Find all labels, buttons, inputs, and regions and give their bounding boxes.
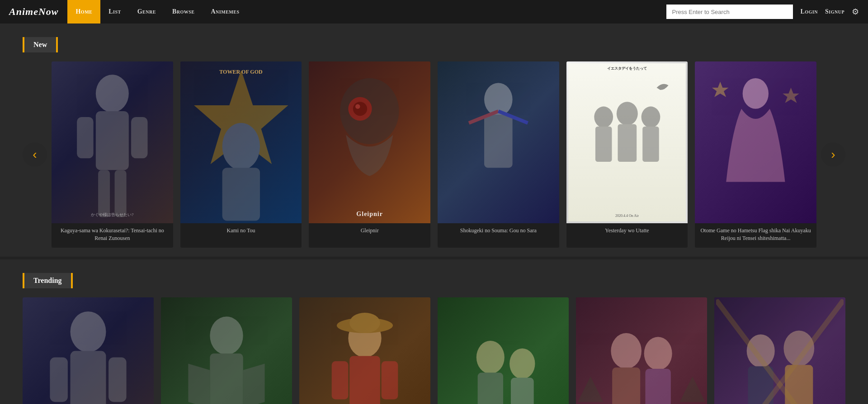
login-link[interactable]: Login: [800, 8, 818, 15]
trending-poster-2: [161, 297, 292, 404]
site-logo[interactable]: AnimeNow: [9, 6, 58, 18]
navbar: AnimeNow Home List Genre Browse Animemes…: [0, 0, 868, 23]
new-anime-card-1[interactable]: かぐや様は告らせたい? Kaguya-sama wa Kokurasetai?:…: [52, 61, 173, 248]
svg-rect-20: [618, 124, 637, 162]
svg-rect-39: [349, 356, 380, 404]
trending-poster-5: [576, 297, 707, 404]
poster-5: イエスタデイをうたって 2020.4.4 On Air: [566, 61, 688, 223]
svg-rect-14: [484, 115, 513, 168]
svg-rect-18: [595, 127, 612, 162]
svg-point-13: [484, 83, 513, 116]
trending-poster-4: [438, 297, 569, 404]
svg-rect-3: [131, 117, 147, 158]
trending-carousel: かぐや様は告らせたい?: [23, 297, 845, 404]
trending-section-title: Trending: [23, 273, 73, 288]
svg-point-0: [96, 75, 129, 112]
new-next-button[interactable]: ›: [821, 142, 845, 167]
nav-animemes[interactable]: Animemes: [203, 0, 247, 23]
main-content: New ‹: [0, 23, 868, 257]
svg-point-7: [222, 123, 259, 170]
new-anime-card-2[interactable]: TOWER OF GOD Kami no Tou: [180, 61, 302, 248]
svg-point-11: [353, 102, 367, 116]
signup-link[interactable]: Signup: [825, 8, 844, 15]
svg-point-17: [594, 107, 613, 128]
new-section-header: New: [23, 37, 845, 52]
svg-point-26: [71, 311, 106, 352]
svg-rect-27: [71, 351, 106, 404]
svg-point-38: [349, 313, 380, 333]
svg-point-42: [476, 341, 505, 374]
new-anime-title-3: Gleipnir: [309, 223, 430, 240]
nav-list[interactable]: List: [100, 0, 129, 23]
new-anime-card-4[interactable]: Shokugeki no Souma: Gou no Sara: [438, 61, 559, 248]
new-anime-card-6[interactable]: Otome Game no Hametsu Flag shika Nai Aku…: [695, 61, 816, 248]
svg-rect-41: [382, 361, 398, 399]
trending-anime-card-1[interactable]: かぐや様は告らせたい?: [23, 297, 154, 404]
svg-point-32: [210, 316, 243, 355]
trending-content: Trending かぐや様は告らせたい?: [0, 259, 868, 404]
svg-rect-43: [478, 372, 503, 404]
trending-carousel-track: かぐや様は告らせたい?: [23, 297, 845, 404]
nav-right: Login Signup ⚙: [666, 5, 859, 19]
svg-rect-22: [642, 127, 659, 162]
new-anime-card-3[interactable]: Gleipnir Gleipnir: [309, 61, 430, 248]
svg-point-48: [644, 337, 672, 370]
svg-point-19: [616, 102, 637, 125]
nav-genre[interactable]: Genre: [129, 0, 164, 23]
svg-rect-29: [108, 357, 126, 402]
trending-poster-3: [299, 297, 430, 404]
svg-point-21: [641, 107, 660, 128]
poster-1: かぐや様は告らせたい?: [52, 61, 173, 223]
new-anime-title-1: Kaguya-sama wa Kokurasetai?: Tensai-tach…: [52, 223, 173, 248]
poster-6: [695, 61, 816, 223]
svg-point-44: [509, 348, 535, 379]
svg-rect-40: [332, 361, 349, 399]
svg-point-23: [743, 78, 769, 109]
trending-anime-card-3[interactable]: [299, 297, 430, 404]
svg-rect-49: [645, 369, 670, 404]
svg-rect-5: [115, 170, 127, 217]
new-section-title: New: [23, 37, 58, 52]
poster-4: [438, 61, 559, 223]
svg-point-12: [355, 104, 360, 108]
svg-rect-47: [612, 367, 640, 404]
new-anime-title-5: Yesterday wo Utatte: [566, 223, 688, 240]
svg-rect-8: [222, 168, 259, 221]
svg-marker-25: [783, 88, 799, 103]
settings-icon[interactable]: ⚙: [852, 7, 859, 17]
new-anime-title-2: Kami no Tou: [180, 223, 302, 240]
svg-point-46: [611, 333, 642, 369]
trending-anime-card-4[interactable]: [438, 297, 569, 404]
new-anime-card-5[interactable]: イエスタデイをうたって 2020.4.4 On Air Yesterday wo…: [566, 61, 688, 248]
nav-links: Home List Genre Browse Animemes: [67, 0, 666, 23]
new-carousel: ‹ かぐや様は告らせたい?: [23, 61, 845, 248]
trending-section-header: Trending: [23, 273, 845, 288]
svg-rect-1: [96, 111, 129, 170]
new-anime-title-6: Otome Game no Hametsu Flag shika Nai Aku…: [695, 223, 816, 248]
poster-3: Gleipnir: [309, 61, 430, 223]
svg-marker-24: [712, 82, 728, 97]
new-prev-button[interactable]: ‹: [23, 142, 47, 167]
nav-home[interactable]: Home: [67, 0, 100, 23]
trending-anime-card-5[interactable]: [576, 297, 707, 404]
trending-poster-6: [714, 297, 845, 404]
nav-browse[interactable]: Browse: [164, 0, 203, 23]
search-input[interactable]: [666, 5, 793, 19]
svg-rect-33: [210, 353, 243, 404]
new-carousel-track: かぐや様は告らせたい? Kaguya-sama wa Kokurasetai?:…: [47, 61, 821, 248]
chevron-right-icon: ›: [831, 147, 835, 162]
svg-rect-4: [98, 170, 110, 217]
svg-rect-28: [50, 357, 67, 402]
new-anime-title-4: Shokugeki no Souma: Gou no Sara: [438, 223, 559, 240]
trending-anime-card-2[interactable]: [161, 297, 292, 404]
poster-2: TOWER OF GOD: [180, 61, 302, 223]
chevron-left-icon: ‹: [33, 147, 37, 162]
trending-anime-card-6[interactable]: [714, 297, 845, 404]
trending-poster-1: かぐや様は告らせたい?: [23, 297, 154, 404]
svg-rect-45: [511, 378, 534, 404]
svg-rect-2: [77, 117, 93, 158]
svg-line-55: [716, 300, 844, 404]
